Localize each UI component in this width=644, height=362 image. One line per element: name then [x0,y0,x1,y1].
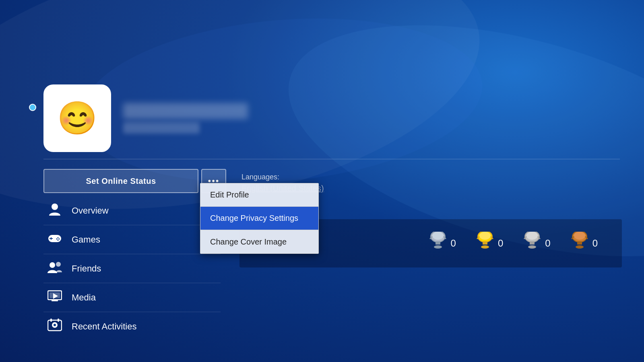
bronze-trophy-icon [571,232,588,255]
languages-label: Languages: [242,173,620,181]
dropdown-item-change-privacy[interactable]: Change Privacy Settings [200,207,318,230]
sidebar-item-games[interactable]: Games [43,225,221,254]
gold-count: 0 [498,238,503,249]
svg-point-7 [58,240,59,241]
profile-name [123,103,248,119]
trophy-gold: 0 [476,232,503,255]
svg-point-9 [56,262,61,267]
dropdown-item-edit-profile[interactable]: Edit Profile [200,183,318,207]
friends-icon [47,260,63,277]
svg-rect-13 [52,300,58,301]
silver-trophy-icon [523,232,541,255]
svg-point-40 [576,245,584,249]
online-status-indicator [29,104,36,111]
main-content: 😊 Set Online Status Overview [0,0,644,362]
sidebar-item-overview[interactable]: Overview [43,196,221,225]
svg-point-6 [56,239,58,240]
svg-point-32 [526,232,538,240]
sidebar-item-recent-activities[interactable]: Recent Activities [43,312,221,341]
platinum-count: 0 [451,238,456,249]
media-label: Media [72,292,96,303]
profile-sub [123,122,200,134]
svg-point-0 [52,204,58,210]
edit-profile-label: Edit Profile [210,190,249,200]
dropdown-item-change-cover[interactable]: Change Cover Image [200,230,318,253]
gamepad-icon [47,232,63,247]
trophy-platinum: 0 [429,232,456,255]
games-label: Games [72,234,100,245]
sidebar-item-friends[interactable]: Friends [43,254,221,283]
svg-point-22 [434,245,442,249]
change-cover-label: Change Cover Image [210,237,287,247]
person-icon [47,202,63,220]
change-privacy-label: Change Privacy Settings [210,214,298,223]
friends-label: Friends [72,263,101,274]
svg-rect-39 [577,241,582,245]
recent-activities-icon [47,318,63,335]
svg-point-20 [432,232,444,240]
svg-point-16 [54,324,56,326]
media-icon [47,290,63,305]
trophy-bronze: 0 [571,232,598,255]
svg-rect-21 [436,241,440,245]
avatar-emoji: 😊 [57,102,97,134]
left-menu: Set Online Status Overview [43,169,221,341]
svg-point-28 [481,245,489,249]
set-online-status-button[interactable]: Set Online Status [43,169,198,193]
svg-point-26 [479,232,491,240]
sidebar-item-media[interactable]: Media [43,283,221,312]
overview-label: Overview [72,206,109,216]
svg-rect-3 [50,238,53,239]
trophy-silver: 0 [523,232,550,255]
recent-activities-label: Recent Activities [72,321,136,332]
platinum-trophy-icon [429,232,447,255]
svg-point-38 [574,232,585,240]
svg-point-4 [58,237,59,239]
svg-point-5 [59,239,60,240]
svg-rect-27 [483,241,487,245]
dropdown-menu: Edit Profile Change Privacy Settings Cha… [200,183,319,254]
svg-point-8 [50,262,55,268]
gold-trophy-icon [476,232,494,255]
avatar: 😊 [43,84,111,152]
bronze-count: 0 [592,238,598,249]
svg-rect-33 [530,241,535,245]
svg-rect-17 [50,319,52,322]
svg-rect-18 [58,319,59,322]
profile-info [123,103,248,134]
svg-point-34 [528,245,536,249]
silver-count: 0 [545,238,550,249]
divider [43,159,620,159]
profile-section: 😊 [43,84,248,152]
